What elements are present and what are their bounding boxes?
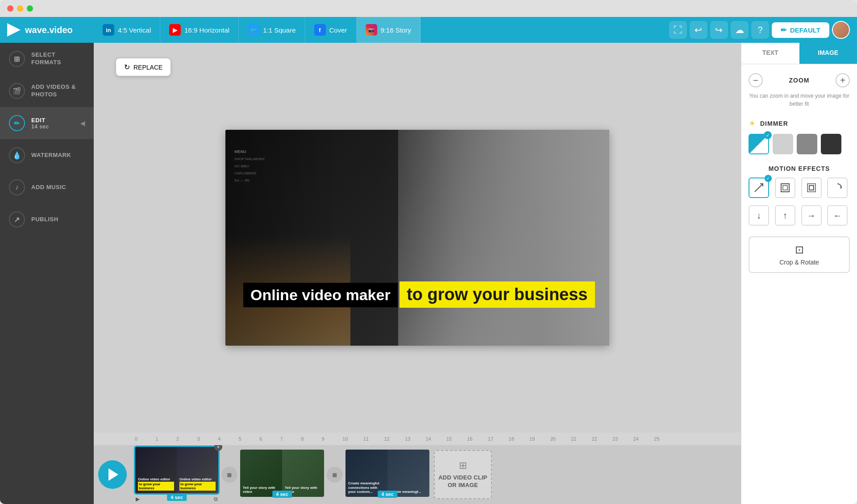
ruler-mark-11: 11 [362, 436, 383, 442]
clip-1-duration: 4 sec [167, 494, 187, 501]
motion-section: MOTION EFFECTS ✓ [749, 165, 850, 226]
tab-image[interactable]: IMAGE [799, 43, 857, 64]
ruler-mark-4: 4 [217, 436, 238, 442]
clips-area: × Online video editor to grow your busin… [134, 446, 736, 504]
undo-button[interactable]: ↩ [690, 21, 707, 39]
sidebar-item-publish[interactable]: ↗ PUBLISH [0, 203, 94, 235]
motion-icon-1 [754, 183, 764, 193]
canvas-text-line2: to grow your business [399, 281, 595, 308]
tab-text[interactable]: TEXT [741, 43, 799, 64]
publish-icon: ↗ [9, 211, 25, 227]
select-formats-icon: ⊞ [9, 51, 25, 67]
replace-button[interactable]: ↻ REPLACE [116, 58, 171, 76]
add-clip-button[interactable]: ⊞ ADD VIDEO CLIP OR IMAGE [434, 450, 492, 499]
sidebar-item-add-music[interactable]: ♪ ADD MUSIC [0, 171, 94, 203]
dimmer-swatches: ✓ [749, 134, 850, 154]
clip-2[interactable]: Tell your story with video Tell your sto… [239, 449, 325, 500]
format-tab-instagram[interactable]: 📷 9:16 Story [357, 17, 420, 43]
clip-1-half-left: Online video editor to grow your busines… [135, 447, 177, 493]
add-videos-icon: 🎬 [9, 83, 25, 99]
ruler-mark-9: 9 [321, 436, 342, 442]
save-cloud-button[interactable]: ☁ [731, 21, 749, 39]
zoom-header: − ZOOM + [749, 73, 850, 87]
zoom-in-button[interactable]: + [836, 73, 850, 87]
logo-area: wave.video [0, 23, 94, 37]
clip-3-half-left: Create meaningful connections with your … [345, 450, 387, 497]
minimize-btn[interactable] [17, 5, 23, 12]
clip-2-half-left: Tell your story with video [240, 450, 282, 497]
clip-3-half-right: Create meaningf... [387, 450, 429, 497]
ruler-mark-23: 23 [612, 436, 632, 442]
format-tab-linkedin[interactable]: in 4:5 Vertical [94, 17, 160, 43]
motion-icon-3 [807, 183, 816, 193]
zoom-hint: You can zoom in and move your image for … [749, 92, 850, 108]
play-button[interactable] [98, 460, 127, 489]
dimmer-swatch-medium[interactable] [797, 134, 817, 154]
motion-btn-1[interactable]: ✓ [749, 178, 769, 198]
ruler-mark-20: 20 [549, 436, 570, 442]
dimmer-label: DIMMER [760, 120, 788, 127]
ruler-mark-2: 2 [175, 436, 196, 442]
add-clip-label-line1: ADD VIDEO CLIP [438, 474, 487, 482]
crop-rotate-icon: ⊡ [795, 244, 804, 256]
zoom-out-button[interactable]: − [749, 73, 763, 87]
clip-1-thumbnail: Online video editor to grow your busines… [134, 446, 220, 495]
edit-icon: ✏ [9, 115, 25, 131]
redo-button[interactable]: ↪ [710, 21, 728, 39]
user-avatar[interactable] [832, 21, 850, 39]
ruler-mark-21: 21 [570, 436, 591, 442]
timeline-content: × Online video editor to grow your busin… [94, 445, 741, 504]
ruler-mark-6: 6 [258, 436, 279, 442]
clip-1[interactable]: × Online video editor to grow your busin… [134, 446, 220, 504]
sidebar-item-watermark[interactable]: 💧 WATERMARK [0, 139, 94, 171]
transition-1[interactable]: ◼ [221, 467, 237, 483]
help-button[interactable]: ? [751, 21, 769, 39]
clip-3[interactable]: Create meaningful connections with your … [345, 449, 430, 500]
logo-play-icon [7, 23, 21, 37]
add-music-icon: ♪ [9, 179, 25, 195]
zoom-section: − ZOOM + You can zoom in and move your i… [749, 73, 850, 108]
format-tab-youtube[interactable]: ▶ 16:9 Horizontal [160, 17, 239, 43]
default-button[interactable]: ✏ DEFAULT [772, 22, 829, 38]
logo-text[interactable]: wave.video [25, 25, 73, 35]
sidebar-item-add-videos[interactable]: 🎬 ADD VIDEOS & PHOTOS [0, 75, 94, 107]
ruler-mark-19: 19 [528, 436, 549, 442]
sidebar-item-select-formats[interactable]: ⊞ SELECT FORMATS [0, 43, 94, 75]
svg-rect-3 [807, 184, 815, 192]
timeline: 0 1 2 3 4 5 6 7 8 9 10 11 12 13 [94, 433, 741, 504]
motion-arrows: ↓ ↑ → ← [749, 205, 850, 226]
format-tab-twitter[interactable]: 🐦 1:1 Square [239, 17, 305, 43]
sidebar-item-edit[interactable]: ✏ EDIT 14 sec ◀ [0, 107, 94, 139]
close-btn[interactable] [7, 5, 13, 12]
canvas-photo: MENU SHOP MALINOWY DO BIBU CARLSBERG 5zł… [225, 130, 609, 346]
clip-1-close-button[interactable]: × [214, 445, 222, 451]
panel-content: − ZOOM + You can zoom in and move your i… [741, 64, 857, 504]
arrow-down-button[interactable]: ↓ [749, 205, 769, 226]
dimmer-swatch-light[interactable] [773, 134, 793, 154]
add-clip-label-line2: OR IMAGE [448, 482, 478, 489]
instagram-icon: 📷 [366, 24, 377, 36]
ruler-mark-5: 5 [238, 436, 259, 442]
ruler-marks: 0 1 2 3 4 5 6 7 8 9 10 11 12 13 [134, 436, 674, 442]
ruler-mark-3: 3 [196, 436, 217, 442]
dimmer-swatch-custom[interactable]: ✓ [749, 134, 769, 154]
arrow-left-button[interactable]: ← [827, 205, 848, 226]
expand-button[interactable]: ⛶ [669, 21, 687, 39]
linkedin-icon: in [103, 24, 114, 36]
titlebar [0, 0, 857, 17]
format-tab-facebook[interactable]: f Cover [305, 17, 357, 43]
dimmer-sun-icon: ☀ [749, 119, 756, 128]
dimmer-header: ☀ DIMMER [749, 119, 850, 128]
dimmer-swatch-dark[interactable] [821, 134, 841, 154]
crop-rotate-button[interactable]: ⊡ Crop & Rotate [749, 236, 850, 273]
arrow-right-button[interactable]: → [801, 205, 822, 226]
arrow-up-button[interactable]: ↑ [775, 205, 795, 226]
sidebar: ⊞ SELECT FORMATS 🎬 ADD VIDEOS & PHOTOS ✏… [0, 43, 94, 504]
maximize-btn[interactable] [27, 5, 33, 12]
clip-3-thumb-content: Create meaningful connections with your … [345, 450, 429, 497]
motion-btn-3[interactable] [801, 178, 822, 198]
motion-btn-4[interactable] [827, 178, 848, 198]
ruler-mark-25: 25 [653, 436, 674, 442]
transition-2[interactable]: ◼ [327, 467, 343, 483]
motion-btn-2[interactable] [775, 178, 795, 198]
